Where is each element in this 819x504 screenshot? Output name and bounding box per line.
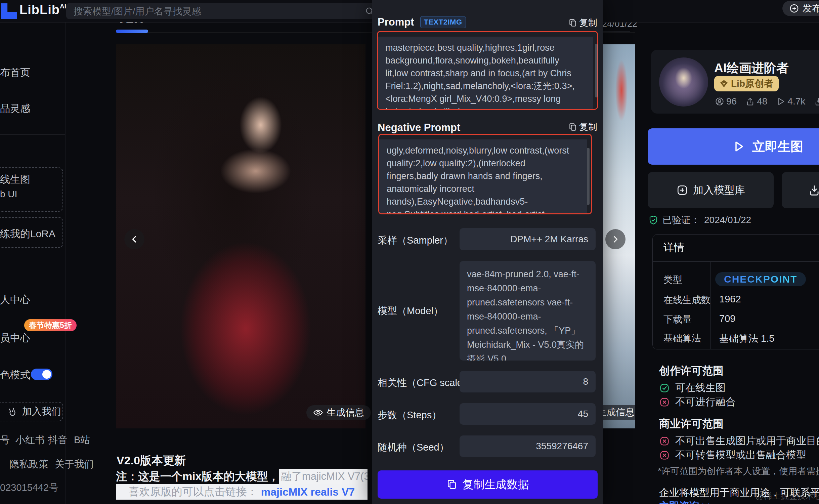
carousel-next-button[interactable] (605, 229, 626, 249)
detail-value-base-algorithm: 基础算法 1.5 (719, 332, 774, 345)
details-box: 详情 类型 CHECKPOINT 在线生成数 1962 下载量 709 基础算法… (652, 234, 819, 349)
tab-track-left (116, 32, 372, 33)
shares-count: 48 (757, 96, 767, 107)
license-item-text: 不可转售模型或出售融合模型 (675, 448, 806, 462)
majicmix-link[interactable]: majicMIX realis V7 (261, 486, 355, 498)
sidebar-item-personal-center[interactable]: 人中心 (0, 293, 30, 307)
next-image-strip[interactable]: 生成信息 (603, 44, 635, 428)
generation-info-panel: Prompt TEXT2IMG 复制 masterpiece,best qual… (372, 0, 603, 504)
license-item-no-merge: 不可进行融合 (659, 395, 736, 409)
model-label: 模型（Model） (378, 304, 443, 318)
detail-label-online-generations: 在线生成数 (663, 294, 710, 306)
liblib-logo-text[interactable]: LibLib (19, 3, 60, 17)
carousel-prev-button[interactable] (124, 229, 144, 249)
sidebar-item-train-lora[interactable]: 练我的LoRA (0, 227, 55, 241)
copy-icon (568, 123, 577, 131)
search-input[interactable] (73, 3, 356, 20)
tab-active-underline (116, 30, 148, 33)
generation-info-button[interactable]: 生成信息 (306, 405, 371, 420)
about-us-link[interactable]: 关于我们 (55, 458, 94, 471)
sidebar-item-webui[interactable]: b UI (0, 189, 17, 200)
plus-circle-icon (789, 3, 799, 13)
seed-field: 3559276467 (460, 435, 596, 457)
privacy-policy-link[interactable]: 隐私政策 (9, 458, 48, 471)
liblib-logo-icon[interactable] (1, 3, 17, 19)
spring-sale-badge: 春节特惠5折 (24, 319, 77, 331)
social-link-partial[interactable]: 号 (0, 433, 10, 447)
eye-icon (313, 408, 323, 418)
license-item-no-selling-images: 不可出售生成图片或用于商业目的 (659, 434, 819, 448)
creator-profile-card[interactable]: AI绘画进阶者 Lib原创者 96 48 (651, 50, 819, 114)
copy-generation-data-label: 复制生成数据 (463, 477, 529, 492)
sidebar-item-home[interactable]: 布首页 (0, 66, 30, 80)
prompt-highlight-box: masterpiece,best quality,highres,1girl,r… (377, 31, 598, 110)
x-square-icon (659, 397, 670, 408)
verified-date: 2024/01/22 (704, 215, 751, 225)
join-us-button[interactable]: 加入我们 (0, 402, 63, 421)
left-sidebar: 布首页 品灵感 线生图 b UI 练我的LoRA 人中心 春节特惠5折 员中心 … (0, 22, 66, 504)
download-icon (808, 184, 819, 197)
publish-button[interactable]: 发布 (782, 1, 819, 16)
consult-now-link[interactable]: 立即咨询 >> (659, 499, 714, 504)
detail-label-downloads: 下载量 (663, 313, 692, 326)
liblib-logo-ai-sup: AI (60, 3, 66, 10)
chevron-left-icon (130, 235, 139, 244)
liblib-model-page: V2.0 24/01/22 生成信息 生成信息 V2.0版本更新 注 (0, 0, 819, 504)
chevron-right-icon (611, 235, 620, 244)
sidebar-item-online-generate[interactable]: 线生图 (0, 173, 30, 186)
tab-track-right (602, 32, 635, 33)
prompt-textarea[interactable]: masterpiece,best quality,highres,1girl,r… (378, 37, 593, 109)
cfg-scale-field: 8 (460, 371, 596, 392)
copy-prompt-button[interactable]: 复制 (568, 17, 597, 29)
date-underline (602, 32, 630, 32)
play-icon (776, 97, 785, 106)
generate-now-button[interactable]: 立即生图 (648, 128, 819, 165)
downloads-stat: 1.7k (814, 96, 819, 107)
detail-value-online-generations: 1962 (719, 294, 741, 305)
license-note: *许可范围为创作者本人设置，使用者需按规范 (658, 465, 819, 477)
copy-generation-data-button[interactable]: 复制生成数据 (378, 470, 598, 499)
generation-info-button-partial[interactable]: 生成信息 (603, 405, 635, 420)
creator-avatar[interactable] (659, 57, 708, 107)
sidebar-item-member-center[interactable]: 员中心 (0, 331, 30, 345)
creator-name[interactable]: AI绘画进阶者 (714, 60, 789, 77)
social-link-xiaohongshu[interactable]: 小红书 (15, 433, 45, 447)
hand-gesture-icon (7, 407, 17, 417)
lib-original-creator-badge: Lib原创者 (714, 76, 779, 91)
business-license-title: 商业许可范围 (659, 417, 724, 431)
steps-label: 步数（Steps） (378, 409, 441, 422)
model-sample-image[interactable] (116, 44, 365, 428)
diamond-icon (720, 79, 728, 88)
copy-negative-button[interactable]: 复制 (568, 121, 597, 133)
shield-check-icon (648, 215, 658, 225)
dark-mode-toggle[interactable] (31, 369, 52, 380)
runs-count: 4.7k (787, 96, 805, 107)
download-model-button[interactable] (782, 172, 819, 208)
add-to-model-library-button[interactable]: 加入模型库 (648, 172, 774, 208)
checkpoint-badge-label: CHECKPOINT (724, 274, 797, 285)
shares-stat: 48 (745, 96, 767, 107)
license-item-text: 可在线生图 (675, 381, 726, 395)
sidebar-item-inspiration[interactable]: 品灵感 (0, 102, 30, 116)
search-bar[interactable] (66, 3, 378, 19)
generate-now-label: 立即生图 (752, 138, 803, 155)
prompt-scrollbar[interactable] (595, 44, 598, 97)
negative-prompt-header: Negative Prompt (378, 122, 460, 134)
model-value: vae-84m-pruned 2.0, vae-ft-mse-840000-em… (460, 261, 596, 361)
version-update-title: V2.0版本更新 (117, 453, 186, 468)
join-us-label: 加入我们 (22, 405, 61, 418)
detail-value-downloads: 709 (719, 313, 735, 324)
watermark: @稀土掘金技术社区 (755, 491, 819, 502)
negative-scrollbar[interactable] (587, 148, 590, 205)
generation-info-label: 生成信息 (603, 406, 635, 419)
icp-number: 023015442号 (0, 481, 58, 495)
social-link-douyin[interactable]: 抖音 (48, 433, 68, 447)
negative-textarea[interactable]: ugly,deformed,noisy,blurry,low contrast,… (379, 139, 587, 213)
prompt-header: Prompt TEXT2IMG (378, 16, 466, 28)
copy-label: 复制 (579, 121, 597, 133)
checkpoint-badge: CHECKPOINT (715, 272, 806, 286)
verified-label: 已验证： (662, 214, 700, 226)
followers-count: 96 (726, 96, 737, 107)
social-link-bilibili[interactable]: B站 (74, 433, 90, 447)
sampler-field: DPM++ 2M Karras (460, 228, 596, 250)
